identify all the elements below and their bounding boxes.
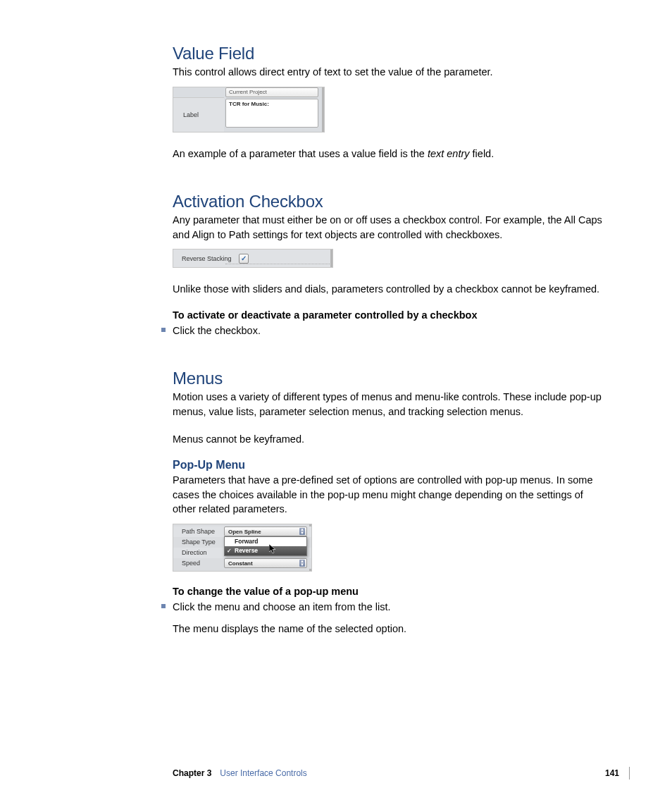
figure-row-label: Shape Type [182,538,224,546]
figure-menu-item-selected: Reverse [225,546,306,555]
cursor-icon [269,544,276,554]
paragraph: An example of a parameter that uses a va… [173,147,609,161]
page-footer: Chapter 3 User Interface Controls 141 [173,767,630,780]
section-heading-value-field: Value Field [173,44,609,63]
figure-checkbox: Reverse Stacking ✓ [173,249,333,268]
figure-row-label: Path Shape [182,528,224,535]
paragraph: Any parameter that must either be on or … [173,213,609,242]
checkbox-icon: ✓ [239,254,249,264]
footer-chapter: Chapter 3 [173,768,211,778]
figure-popup: Open Spline▲▼ [224,526,307,536]
paragraph: Menus cannot be keyframed. [173,432,609,447]
footer-chapter-title: User Interface Controls [220,768,306,778]
section-heading-menus: Menus [173,369,609,388]
figure-row-label: Direction [182,549,224,556]
paragraph: This control allows direct entry of text… [173,65,609,80]
document-page: Value Field This control allows direct e… [0,0,672,807]
procedure-heading: To activate or deactivate a parameter co… [173,309,609,321]
figure-dropdown-menu: Forward Reverse [224,536,307,556]
footer-page-number: 141 [605,768,629,778]
procedure-heading: To change the value of a pop-up menu [173,586,609,597]
figure-text-entry: TCR for Music: [225,99,318,128]
subsection-heading-popup-menu: Pop-Up Menu [173,459,609,472]
figure-checkbox-label: Reverse Stacking [182,255,232,262]
section-heading-activation-checkbox: Activation Checkbox [173,192,609,211]
figure-menu-item: Forward [225,537,306,546]
procedure-step: Click the checkbox. [160,324,609,338]
figure-popup-menu: Path Shape Open Spline▲▼ Shape Type Dire… [173,524,312,572]
procedure-step: Click the menu and choose an item from t… [160,600,609,615]
figure-popup: Constant▲▼ [224,558,307,568]
figure-row-label: Speed [182,560,224,567]
figure-value-field: Label Current Project TCR for Music: [173,87,325,133]
paragraph: Unlike those with sliders and dials, par… [173,282,609,297]
figure-label: Label [173,98,224,132]
paragraph: Parameters that have a pre-defined set o… [173,473,609,517]
paragraph: Motion uses a variety of different types… [173,390,609,419]
paragraph: The menu displays the name of the select… [173,622,609,636]
figure-top-field: Current Project [225,87,318,97]
